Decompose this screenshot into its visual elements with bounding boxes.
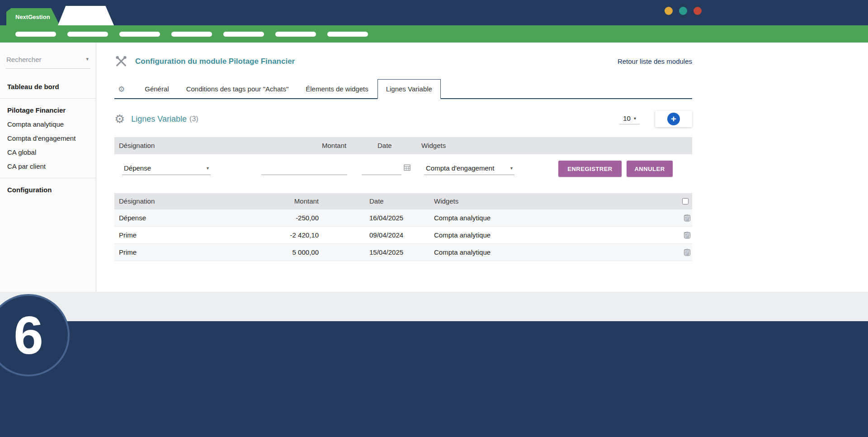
- column-header-widgets: Widgets: [421, 137, 446, 154]
- top-bar: NextGestion: [0, 0, 868, 25]
- nav-pill[interactable]: [171, 32, 212, 37]
- cell-designation: Dépense: [119, 209, 146, 227]
- tab-elements-widgets[interactable]: Élements de widgets: [297, 80, 376, 98]
- sidebar-item-ca-global[interactable]: CA global: [0, 145, 96, 159]
- nav-pill[interactable]: [327, 32, 368, 37]
- table-header-date: Date: [369, 193, 384, 209]
- chevron-down-icon: ▾: [634, 116, 636, 121]
- sidebar-divider: [0, 178, 96, 178]
- sidebar-item-pilotage-financier[interactable]: Pilotage Financier: [0, 103, 96, 117]
- nav-pill[interactable]: [15, 32, 56, 37]
- page-size-select[interactable]: 10 ▾: [619, 114, 640, 124]
- select-all-checkbox[interactable]: [682, 198, 689, 204]
- montant-input[interactable]: [261, 162, 347, 175]
- cell-designation: Prime: [119, 244, 137, 261]
- sidebar-item-tableau-de-bord[interactable]: Tableau de bord: [0, 80, 96, 94]
- cell-designation: Prime: [119, 227, 137, 244]
- sidebar-nav: Tableau de bord Pilotage Financier Compt…: [0, 80, 96, 197]
- save-button[interactable]: ENREGISTRER: [558, 161, 622, 177]
- plus-icon: +: [667, 113, 680, 125]
- tab-bar: ⚙ Général Conditions des tags pour "Acha…: [114, 79, 692, 99]
- page-size-value: 10: [623, 114, 631, 122]
- cell-date: 16/04/2025: [369, 209, 403, 227]
- designation-select[interactable]: Dépense ▾: [122, 162, 211, 175]
- section-title: Lignes Variable: [131, 114, 187, 124]
- chevron-down-icon: ▾: [207, 166, 209, 171]
- page-title: Configuration du module Pilotage Financi…: [135, 57, 295, 66]
- nav-pill[interactable]: [223, 32, 264, 37]
- page-number: 6: [14, 309, 43, 362]
- cell-date: 15/04/2025: [369, 244, 403, 261]
- sidebar: ▾ Tableau de bord Pilotage Financier Com…: [0, 43, 96, 292]
- cell-montant: 5 000,00: [227, 244, 319, 261]
- sidebar-item-ca-par-client[interactable]: CA par client: [0, 159, 96, 173]
- designation-select-value: Dépense: [124, 164, 151, 172]
- content-area: ▾ Tableau de bord Pilotage Financier Com…: [0, 43, 868, 292]
- cell-montant: -250,00: [227, 209, 319, 227]
- nav-pill[interactable]: [67, 32, 108, 37]
- cell-widgets: Compta analytique: [434, 209, 491, 227]
- cell-date: 09/04/2024: [369, 227, 403, 244]
- column-header-montant: Montant: [322, 137, 346, 154]
- table-row: Prime -2 420,10 09/04/2024 Compta analyt…: [114, 227, 692, 244]
- search-input[interactable]: [5, 53, 90, 68]
- window-controls: [665, 7, 702, 15]
- active-window-tab[interactable]: [58, 6, 114, 25]
- nav-pill[interactable]: [275, 32, 316, 37]
- table-header-widgets: Widgets: [434, 193, 458, 209]
- tab-general[interactable]: Général: [137, 80, 177, 98]
- main-panel: Configuration du module Pilotage Financi…: [96, 43, 868, 292]
- table-row: Prime 5 000,00 15/04/2025 Compta analyti…: [114, 244, 692, 261]
- column-header-date: Date: [377, 137, 392, 154]
- widgets-select-value: Compta d'engagement: [426, 164, 494, 172]
- gear-icon: ⚙: [118, 85, 125, 94]
- page-header: Configuration du module Pilotage Financi…: [114, 43, 692, 67]
- section-header: ⚙ Lignes Variable (3) 10 ▾ +: [114, 111, 692, 127]
- edit-icon[interactable]: [684, 249, 690, 256]
- cancel-button[interactable]: ANNULER: [627, 161, 673, 177]
- add-line-button[interactable]: +: [655, 111, 692, 127]
- window-maximize-dot[interactable]: [679, 7, 687, 15]
- new-line-form: Dépense ▾ Compta d'engagement: [114, 154, 692, 184]
- edit-icon[interactable]: [684, 232, 690, 238]
- form-column-headers: Désignation Montant Date Widgets: [114, 137, 692, 154]
- sidebar-divider: [0, 98, 96, 99]
- nav-pill[interactable]: [119, 32, 160, 37]
- back-to-modules-link[interactable]: Retour liste des modules: [618, 57, 692, 65]
- tools-icon: [114, 55, 128, 67]
- edit-icon[interactable]: [684, 215, 690, 221]
- bottom-spacer: [0, 292, 868, 321]
- window-minimize-dot[interactable]: [665, 7, 673, 15]
- section-count: (3): [189, 115, 198, 123]
- lines-table: Désignation Montant Date Widgets Dépense…: [114, 193, 692, 261]
- table-header-montant: Montant: [227, 193, 319, 209]
- chevron-down-icon: ▾: [510, 166, 513, 171]
- sidebar-search: ▾: [5, 53, 90, 69]
- widgets-select[interactable]: Compta d'engagement ▾: [424, 162, 514, 175]
- sidebar-item-configuration[interactable]: Configuration: [0, 183, 96, 197]
- tab-lignes-variable[interactable]: Lignes Variable: [377, 79, 441, 99]
- calendar-icon[interactable]: [404, 164, 410, 171]
- cell-widgets: Compta analytique: [434, 227, 491, 244]
- main-nav-bar: [0, 25, 868, 43]
- gear-icon: ⚙: [114, 113, 125, 125]
- sidebar-item-compta-engagement[interactable]: Compta d'engagement: [0, 131, 96, 145]
- table-header-designation: Désignation: [119, 193, 155, 209]
- brand-tab[interactable]: NextGestion: [6, 8, 60, 25]
- table-row: Dépense -250,00 16/04/2025 Compta analyt…: [114, 209, 692, 227]
- cell-montant: -2 420,10: [227, 227, 319, 244]
- table-header-row: Désignation Montant Date Widgets: [114, 193, 692, 209]
- window-close-dot[interactable]: [693, 7, 702, 15]
- footer-band: [0, 321, 868, 437]
- column-header-designation: Désignation: [119, 137, 155, 154]
- cell-widgets: Compta analytique: [434, 244, 491, 261]
- tab-conditions-tags-achats[interactable]: Conditions des tags pour "Achats": [178, 80, 297, 98]
- sidebar-item-compta-analytique[interactable]: Compta analytique: [0, 117, 96, 131]
- date-input[interactable]: [362, 162, 401, 175]
- search-dropdown-caret-icon[interactable]: ▾: [86, 56, 89, 62]
